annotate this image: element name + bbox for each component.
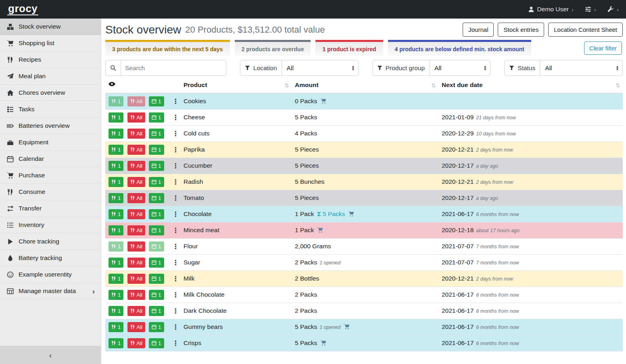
sidebar-item[interactable]: Transfer [0,200,101,217]
cart-icon[interactable] [317,227,323,233]
row-menu-button[interactable]: ⋮ [170,146,180,154]
consume-one-button[interactable]: 1 [109,145,123,155]
consume-all-button[interactable]: All [127,241,145,252]
open-product-button[interactable]: 1 [149,322,164,332]
cart-icon[interactable] [320,98,326,104]
sidebar-item[interactable]: Consume [0,184,101,200]
clear-filter-button[interactable]: Clear filter [584,42,622,55]
open-product-button[interactable]: 1 [149,290,164,300]
app-logo[interactable]: grocy [7,3,38,15]
row-menu-button[interactable]: ⋮ [170,258,180,267]
sidebar-item[interactable]: Inventory [0,217,101,233]
open-product-button[interactable]: 1 [149,241,164,252]
row-menu-button[interactable]: ⋮ [170,339,180,347]
row-menu-button[interactable]: ⋮ [170,307,180,315]
sidebar-item[interactable]: Chores overview [0,85,101,101]
open-product-button[interactable]: 1 [149,274,164,284]
sidebar-item[interactable]: Batteries overview [0,118,101,134]
row-menu-button[interactable]: ⋮ [170,162,180,170]
open-product-button[interactable]: 1 [149,338,164,348]
sidebar-item[interactable]: Example userentity [0,266,101,283]
column-header-product[interactable]: Product ⇅ [180,78,292,93]
sidebar-item[interactable]: Tasks [0,101,101,118]
consume-all-button[interactable]: All [127,161,145,171]
sidebar-item[interactable]: Battery tracking [0,250,101,266]
consume-one-button[interactable]: 1 [109,129,123,139]
sidebar-item[interactable]: Equipment [0,134,101,151]
sidebar-collapse-button[interactable]: ‹ [0,346,101,364]
cart-icon[interactable] [348,211,354,217]
consume-all-button[interactable]: All [127,96,145,106]
consume-one-button[interactable]: 1 [109,290,123,300]
row-menu-button[interactable]: ⋮ [170,113,180,122]
sidebar-item[interactable]: Recipes [0,52,101,68]
consume-all-button[interactable]: All [127,322,145,332]
consume-all-button[interactable]: All [127,225,145,235]
admin-menu[interactable]: › [607,6,619,12]
sidebar-item[interactable]: Stock overview [0,19,101,35]
consume-one-button[interactable]: 1 [109,96,123,106]
status-banner[interactable]: 3 products are due within the next 5 day… [105,40,230,56]
consume-one-button[interactable]: 1 [109,241,123,252]
consume-all-button[interactable]: All [127,209,145,219]
consume-one-button[interactable]: 1 [109,274,123,284]
status-banner[interactable]: 2 products are overdue [235,40,311,56]
row-menu-button[interactable]: ⋮ [170,291,180,299]
settings-menu[interactable]: › [585,6,596,12]
open-product-button[interactable]: 1 [149,129,164,139]
header-action-button[interactable]: Location Content Sheet [548,23,623,37]
consume-all-button[interactable]: All [127,306,145,316]
row-menu-button[interactable]: ⋮ [170,194,180,202]
open-product-button[interactable]: 1 [149,209,164,219]
sidebar-item[interactable]: Calendar [0,151,101,167]
consume-one-button[interactable]: 1 [109,209,123,219]
consume-all-button[interactable]: All [127,274,145,284]
user-menu[interactable]: Demo User › [528,6,574,13]
status-banner[interactable]: 4 products are below defined min. stock … [388,40,531,56]
row-menu-button[interactable]: ⋮ [170,210,180,218]
open-product-button[interactable]: 1 [149,306,164,316]
column-header-amount[interactable]: Amount ⇅ [292,78,438,93]
consume-all-button[interactable]: All [127,193,145,203]
row-menu-button[interactable]: ⋮ [170,275,180,283]
consume-one-button[interactable]: 1 [109,112,123,123]
status-banner[interactable]: 1 product is expired [315,40,383,56]
cart-icon[interactable] [344,324,350,330]
row-menu-button[interactable]: ⋮ [170,226,180,235]
consume-all-button[interactable]: All [127,129,145,139]
consume-all-button[interactable]: All [127,258,145,268]
consume-one-button[interactable]: 1 [109,193,123,203]
consume-all-button[interactable]: All [127,338,145,348]
consume-one-button[interactable]: 1 [109,306,123,316]
open-product-button[interactable]: 1 [149,177,164,187]
header-action-button[interactable]: Journal [463,23,494,37]
open-product-button[interactable]: 1 [149,112,164,123]
consume-all-button[interactable]: All [127,145,145,155]
consume-all-button[interactable]: All [127,290,145,300]
sidebar-item[interactable]: Manage master data › [0,283,101,300]
open-product-button[interactable]: 1 [149,96,164,106]
cart-icon[interactable] [320,340,326,346]
filter-select[interactable]: All ▴▾ [430,60,490,75]
consume-one-button[interactable]: 1 [109,258,123,268]
consume-one-button[interactable]: 1 [109,338,123,348]
header-action-button[interactable]: Stock entries [498,23,544,37]
sidebar-item[interactable]: Purchase [0,167,101,184]
open-product-button[interactable]: 1 [149,145,164,155]
consume-all-button[interactable]: All [127,112,145,123]
open-product-button[interactable]: 1 [149,225,164,235]
consume-all-button[interactable]: All [127,177,145,187]
row-menu-button[interactable]: ⋮ [170,178,180,186]
open-product-button[interactable]: 1 [149,258,164,268]
consume-one-button[interactable]: 1 [109,225,123,235]
filter-select[interactable]: All ▴▾ [540,60,622,75]
search-input[interactable] [121,60,226,75]
consume-one-button[interactable]: 1 [109,177,123,187]
sidebar-item[interactable]: Chore tracking [0,233,101,250]
open-product-button[interactable]: 1 [149,161,164,171]
row-menu-button[interactable]: ⋮ [170,242,180,251]
row-menu-button[interactable]: ⋮ [170,129,180,138]
column-header-next-due-date[interactable]: Next due date ⇅ [438,78,623,93]
row-menu-button[interactable]: ⋮ [170,97,180,106]
consume-one-button[interactable]: 1 [109,322,123,332]
